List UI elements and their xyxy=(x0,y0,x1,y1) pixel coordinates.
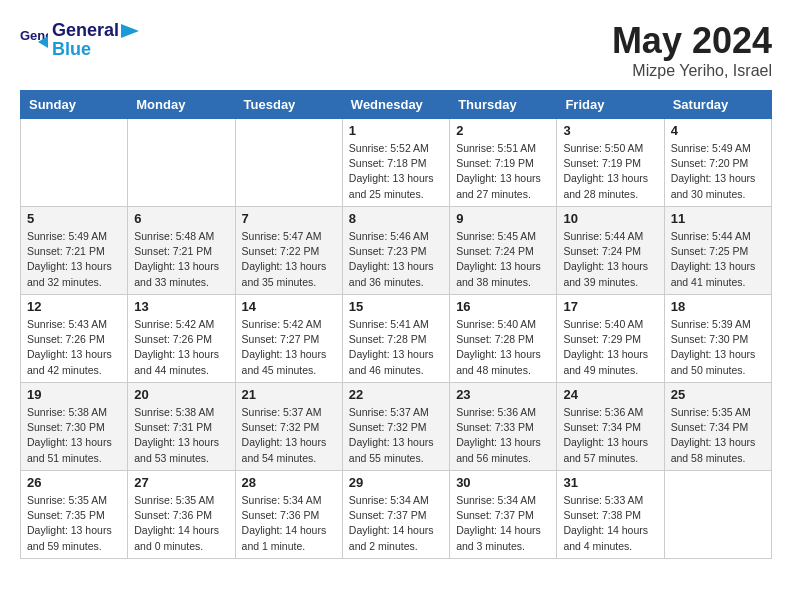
day-number: 4 xyxy=(671,123,765,138)
day-info: Sunrise: 5:35 AM Sunset: 7:34 PM Dayligh… xyxy=(671,405,765,466)
logo-blue: Blue xyxy=(52,39,139,60)
svg-marker-2 xyxy=(121,24,139,38)
day-number: 23 xyxy=(456,387,550,402)
day-info: Sunrise: 5:35 AM Sunset: 7:35 PM Dayligh… xyxy=(27,493,121,554)
day-number: 3 xyxy=(563,123,657,138)
header-day: Tuesday xyxy=(235,91,342,119)
day-info: Sunrise: 5:45 AM Sunset: 7:24 PM Dayligh… xyxy=(456,229,550,290)
calendar-cell: 20Sunrise: 5:38 AM Sunset: 7:31 PM Dayli… xyxy=(128,383,235,471)
calendar-cell: 16Sunrise: 5:40 AM Sunset: 7:28 PM Dayli… xyxy=(450,295,557,383)
day-info: Sunrise: 5:35 AM Sunset: 7:36 PM Dayligh… xyxy=(134,493,228,554)
day-number: 13 xyxy=(134,299,228,314)
day-number: 18 xyxy=(671,299,765,314)
logo: General General Blue xyxy=(20,20,139,60)
calendar-cell: 21Sunrise: 5:37 AM Sunset: 7:32 PM Dayli… xyxy=(235,383,342,471)
calendar-cell: 7Sunrise: 5:47 AM Sunset: 7:22 PM Daylig… xyxy=(235,207,342,295)
calendar-body: 1Sunrise: 5:52 AM Sunset: 7:18 PM Daylig… xyxy=(21,119,772,559)
day-info: Sunrise: 5:42 AM Sunset: 7:26 PM Dayligh… xyxy=(134,317,228,378)
calendar-cell: 5Sunrise: 5:49 AM Sunset: 7:21 PM Daylig… xyxy=(21,207,128,295)
calendar-cell: 2Sunrise: 5:51 AM Sunset: 7:19 PM Daylig… xyxy=(450,119,557,207)
day-number: 31 xyxy=(563,475,657,490)
day-info: Sunrise: 5:40 AM Sunset: 7:28 PM Dayligh… xyxy=(456,317,550,378)
calendar-cell: 24Sunrise: 5:36 AM Sunset: 7:34 PM Dayli… xyxy=(557,383,664,471)
header-day: Sunday xyxy=(21,91,128,119)
calendar-cell xyxy=(21,119,128,207)
calendar-cell: 8Sunrise: 5:46 AM Sunset: 7:23 PM Daylig… xyxy=(342,207,449,295)
calendar-week: 12Sunrise: 5:43 AM Sunset: 7:26 PM Dayli… xyxy=(21,295,772,383)
day-info: Sunrise: 5:34 AM Sunset: 7:36 PM Dayligh… xyxy=(242,493,336,554)
calendar-cell: 10Sunrise: 5:44 AM Sunset: 7:24 PM Dayli… xyxy=(557,207,664,295)
calendar-cell: 15Sunrise: 5:41 AM Sunset: 7:28 PM Dayli… xyxy=(342,295,449,383)
calendar-week: 5Sunrise: 5:49 AM Sunset: 7:21 PM Daylig… xyxy=(21,207,772,295)
calendar-cell: 25Sunrise: 5:35 AM Sunset: 7:34 PM Dayli… xyxy=(664,383,771,471)
logo-arrow-icon xyxy=(121,24,139,38)
day-number: 15 xyxy=(349,299,443,314)
day-info: Sunrise: 5:39 AM Sunset: 7:30 PM Dayligh… xyxy=(671,317,765,378)
day-info: Sunrise: 5:36 AM Sunset: 7:34 PM Dayligh… xyxy=(563,405,657,466)
calendar-week: 1Sunrise: 5:52 AM Sunset: 7:18 PM Daylig… xyxy=(21,119,772,207)
day-number: 6 xyxy=(134,211,228,226)
day-number: 10 xyxy=(563,211,657,226)
calendar-cell: 13Sunrise: 5:42 AM Sunset: 7:26 PM Dayli… xyxy=(128,295,235,383)
calendar-cell: 31Sunrise: 5:33 AM Sunset: 7:38 PM Dayli… xyxy=(557,471,664,559)
header-day: Friday xyxy=(557,91,664,119)
calendar-cell: 1Sunrise: 5:52 AM Sunset: 7:18 PM Daylig… xyxy=(342,119,449,207)
title-block: May 2024 Mizpe Yeriho, Israel xyxy=(612,20,772,80)
header-day: Wednesday xyxy=(342,91,449,119)
calendar-cell: 6Sunrise: 5:48 AM Sunset: 7:21 PM Daylig… xyxy=(128,207,235,295)
day-number: 19 xyxy=(27,387,121,402)
location: Mizpe Yeriho, Israel xyxy=(612,62,772,80)
day-number: 28 xyxy=(242,475,336,490)
day-number: 17 xyxy=(563,299,657,314)
day-number: 27 xyxy=(134,475,228,490)
calendar-cell xyxy=(664,471,771,559)
day-info: Sunrise: 5:41 AM Sunset: 7:28 PM Dayligh… xyxy=(349,317,443,378)
calendar-cell: 22Sunrise: 5:37 AM Sunset: 7:32 PM Dayli… xyxy=(342,383,449,471)
day-info: Sunrise: 5:47 AM Sunset: 7:22 PM Dayligh… xyxy=(242,229,336,290)
calendar-week: 19Sunrise: 5:38 AM Sunset: 7:30 PM Dayli… xyxy=(21,383,772,471)
day-info: Sunrise: 5:33 AM Sunset: 7:38 PM Dayligh… xyxy=(563,493,657,554)
day-number: 25 xyxy=(671,387,765,402)
calendar-cell: 23Sunrise: 5:36 AM Sunset: 7:33 PM Dayli… xyxy=(450,383,557,471)
day-info: Sunrise: 5:43 AM Sunset: 7:26 PM Dayligh… xyxy=(27,317,121,378)
day-info: Sunrise: 5:38 AM Sunset: 7:31 PM Dayligh… xyxy=(134,405,228,466)
calendar-cell: 14Sunrise: 5:42 AM Sunset: 7:27 PM Dayli… xyxy=(235,295,342,383)
calendar-cell xyxy=(128,119,235,207)
calendar-cell: 3Sunrise: 5:50 AM Sunset: 7:19 PM Daylig… xyxy=(557,119,664,207)
day-info: Sunrise: 5:51 AM Sunset: 7:19 PM Dayligh… xyxy=(456,141,550,202)
calendar-cell: 17Sunrise: 5:40 AM Sunset: 7:29 PM Dayli… xyxy=(557,295,664,383)
day-number: 8 xyxy=(349,211,443,226)
day-info: Sunrise: 5:42 AM Sunset: 7:27 PM Dayligh… xyxy=(242,317,336,378)
calendar-header: SundayMondayTuesdayWednesdayThursdayFrid… xyxy=(21,91,772,119)
day-number: 29 xyxy=(349,475,443,490)
day-number: 24 xyxy=(563,387,657,402)
day-number: 2 xyxy=(456,123,550,138)
day-number: 11 xyxy=(671,211,765,226)
day-number: 26 xyxy=(27,475,121,490)
day-number: 30 xyxy=(456,475,550,490)
day-number: 20 xyxy=(134,387,228,402)
day-info: Sunrise: 5:38 AM Sunset: 7:30 PM Dayligh… xyxy=(27,405,121,466)
day-info: Sunrise: 5:44 AM Sunset: 7:25 PM Dayligh… xyxy=(671,229,765,290)
day-info: Sunrise: 5:49 AM Sunset: 7:20 PM Dayligh… xyxy=(671,141,765,202)
header-day: Monday xyxy=(128,91,235,119)
calendar-cell: 11Sunrise: 5:44 AM Sunset: 7:25 PM Dayli… xyxy=(664,207,771,295)
page-header: General General Blue May 2024 Mizpe Yeri… xyxy=(20,20,772,80)
logo-icon: General xyxy=(20,26,48,54)
day-number: 9 xyxy=(456,211,550,226)
header-row: SundayMondayTuesdayWednesdayThursdayFrid… xyxy=(21,91,772,119)
logo-general: General xyxy=(52,20,119,41)
day-info: Sunrise: 5:37 AM Sunset: 7:32 PM Dayligh… xyxy=(242,405,336,466)
calendar-week: 26Sunrise: 5:35 AM Sunset: 7:35 PM Dayli… xyxy=(21,471,772,559)
day-info: Sunrise: 5:34 AM Sunset: 7:37 PM Dayligh… xyxy=(349,493,443,554)
calendar-cell: 29Sunrise: 5:34 AM Sunset: 7:37 PM Dayli… xyxy=(342,471,449,559)
calendar-cell: 19Sunrise: 5:38 AM Sunset: 7:30 PM Dayli… xyxy=(21,383,128,471)
header-day: Saturday xyxy=(664,91,771,119)
day-number: 16 xyxy=(456,299,550,314)
calendar-cell: 27Sunrise: 5:35 AM Sunset: 7:36 PM Dayli… xyxy=(128,471,235,559)
calendar-cell: 26Sunrise: 5:35 AM Sunset: 7:35 PM Dayli… xyxy=(21,471,128,559)
day-info: Sunrise: 5:44 AM Sunset: 7:24 PM Dayligh… xyxy=(563,229,657,290)
header-day: Thursday xyxy=(450,91,557,119)
day-info: Sunrise: 5:52 AM Sunset: 7:18 PM Dayligh… xyxy=(349,141,443,202)
day-info: Sunrise: 5:37 AM Sunset: 7:32 PM Dayligh… xyxy=(349,405,443,466)
